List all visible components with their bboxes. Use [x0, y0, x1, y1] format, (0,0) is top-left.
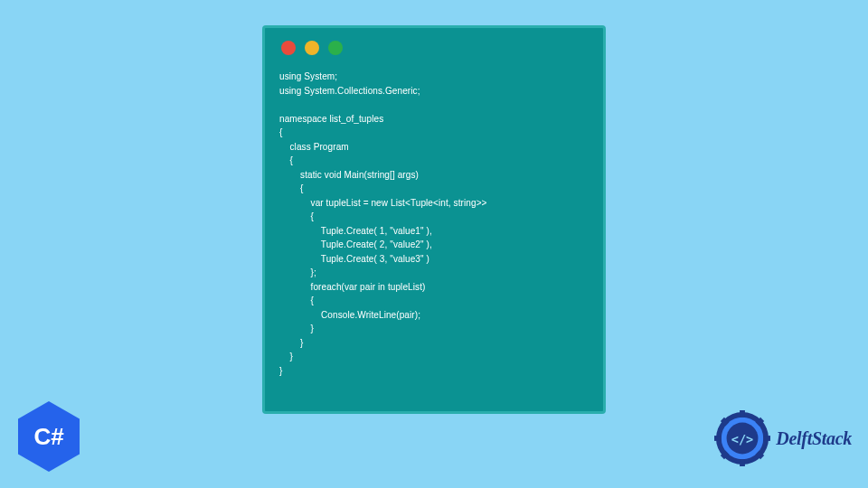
code-line: static void Main(string[] args) — [279, 170, 419, 180]
window-controls — [279, 41, 589, 55]
code-line: } — [279, 324, 314, 333]
code-line: { — [279, 183, 303, 193]
code-line: }; — [279, 267, 316, 277]
code-line: { — [279, 211, 314, 221]
gear-icon: </> — [714, 410, 770, 466]
code-line: using System.Collections.Generic; — [279, 86, 420, 96]
code-line: Tuple.Create( 1, "value1" ), — [279, 226, 432, 236]
svg-rect-7 — [764, 436, 771, 441]
brand-name: DelftStack — [776, 428, 852, 449]
code-line: } — [279, 338, 303, 348]
code-line: using System; — [279, 71, 337, 81]
svg-rect-4 — [740, 410, 745, 418]
code-line: namespace list_of_tuples — [279, 114, 383, 124]
code-line: Console.WriteLine(pair); — [279, 310, 420, 320]
code-line: { — [279, 155, 293, 165]
code-line: var tupleList = new List<Tuple<int, stri… — [279, 198, 487, 208]
code-line: Tuple.Create( 3, "value3" ) — [279, 254, 429, 264]
code-line: Tuple.Create( 2, "value2" ), — [279, 239, 432, 249]
minimize-icon[interactable] — [305, 41, 319, 55]
maximize-icon[interactable] — [328, 41, 343, 55]
code-line: } — [279, 352, 293, 361]
code-line: { — [279, 127, 282, 137]
code-line: { — [279, 296, 314, 305]
hexagon-icon: C# — [18, 401, 80, 472]
svg-rect-6 — [714, 436, 722, 441]
svg-rect-5 — [740, 459, 745, 466]
close-icon[interactable] — [281, 41, 296, 55]
code-window: using System; using System.Collections.G… — [262, 25, 606, 414]
csharp-badge: C# — [18, 401, 80, 472]
code-line: foreach(var pair in tupleList) — [279, 282, 426, 292]
code-line: } — [279, 366, 282, 376]
csharp-label: C# — [33, 423, 63, 451]
brand-logo: </> DelftStack — [714, 410, 852, 466]
svg-text:</>: </> — [731, 432, 753, 446]
code-content: using System; using System.Collections.G… — [279, 70, 589, 378]
code-line: class Program — [279, 142, 349, 152]
